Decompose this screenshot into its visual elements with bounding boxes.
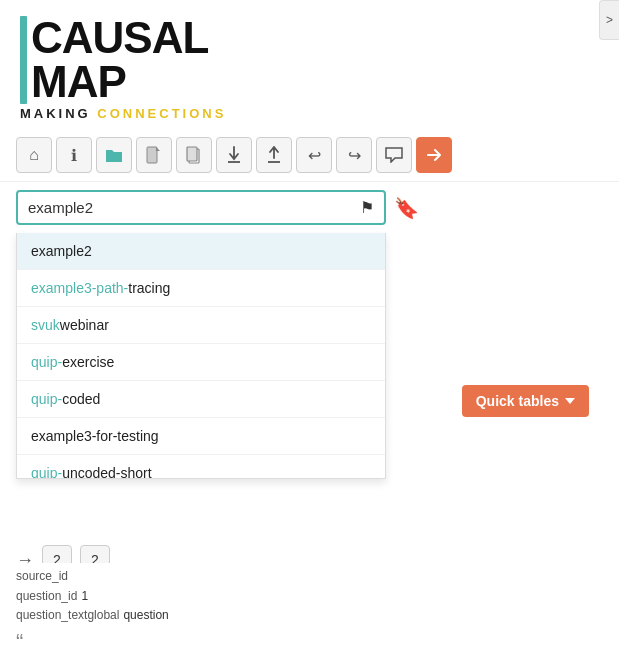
logo-causal: CAUSAL (31, 16, 208, 60)
toolbar-comment-button[interactable] (376, 137, 412, 173)
toolbar-download-button[interactable] (216, 137, 252, 173)
quick-tables-dropdown-arrow (565, 398, 575, 404)
toolbar-folder-button[interactable] (96, 137, 132, 173)
svg-rect-0 (147, 147, 157, 163)
question-textglobal-label: question_textglobal (16, 606, 119, 625)
dropdown-item-example3-path-tracing[interactable]: example3-path-tracing (17, 270, 385, 307)
question-textglobal-value: question (123, 606, 168, 625)
question-id-label: question_id (16, 587, 77, 606)
status-bar: source_id question_id 1 question_textglo… (0, 563, 619, 629)
flag-icon: ⚑ (360, 198, 374, 217)
dropdown-list: example2 example3-path-tracing svukwebin… (16, 233, 386, 479)
sidebar-toggle-button[interactable]: > (599, 0, 619, 40)
bookmark-icon[interactable]: 🔖 (394, 196, 419, 220)
dropdown-item-svukwebinar[interactable]: svukwebinar (17, 307, 385, 344)
quick-tables-label: Quick tables (476, 393, 559, 409)
logo-area: CAUSAL MAP MAKING CONNECTIONS (0, 0, 619, 121)
search-area: example2 ⚑ 🔖 example2 example3-path-trac… (0, 182, 619, 233)
question-id-value: 1 (81, 587, 88, 606)
source-id-row: source_id (16, 567, 603, 586)
dropdown-scroll-container[interactable]: example2 example3-path-tracing svukwebin… (17, 233, 385, 478)
quick-tables-button[interactable]: Quick tables (462, 385, 589, 417)
question-id-row: question_id 1 (16, 587, 603, 606)
toolbar-copy-button[interactable] (176, 137, 212, 173)
logo-making-text: MAKING (20, 106, 91, 121)
search-input-wrapper: example2 ⚑ (16, 190, 386, 225)
svg-rect-2 (187, 147, 197, 161)
quote-decoration: “ (16, 629, 23, 655)
teal-accent-bar (20, 16, 27, 104)
source-id-label: source_id (16, 567, 68, 586)
logo-connections-text: CONNECTIONS (97, 106, 226, 121)
dropdown-item-quip-coded[interactable]: quip-coded (17, 381, 385, 418)
toolbar-info-button[interactable]: ℹ (56, 137, 92, 173)
logo-map: MAP (31, 60, 208, 104)
dropdown-item-example2[interactable]: example2 (17, 233, 385, 270)
toolbar: ⌂ ℹ ↩ ↪ (0, 129, 619, 182)
toolbar-undo-button[interactable]: ↩ (296, 137, 332, 173)
dropdown-item-quip-exercise[interactable]: quip-exercise (17, 344, 385, 381)
question-textglobal-row: question_textglobal question (16, 606, 603, 625)
logo-tagline: MAKING CONNECTIONS (20, 106, 599, 121)
dropdown-item-quip-uncoded-short[interactable]: quip-uncoded-short (17, 455, 385, 478)
toolbar-file-button[interactable] (136, 137, 172, 173)
dropdown-item-example3-for-testing[interactable]: example3-for-testing (17, 418, 385, 455)
toolbar-share-button[interactable] (416, 137, 452, 173)
search-input[interactable]: example2 (28, 199, 356, 216)
toolbar-home-button[interactable]: ⌂ (16, 137, 52, 173)
toolbar-upload-button[interactable] (256, 137, 292, 173)
toolbar-redo-button[interactable]: ↪ (336, 137, 372, 173)
